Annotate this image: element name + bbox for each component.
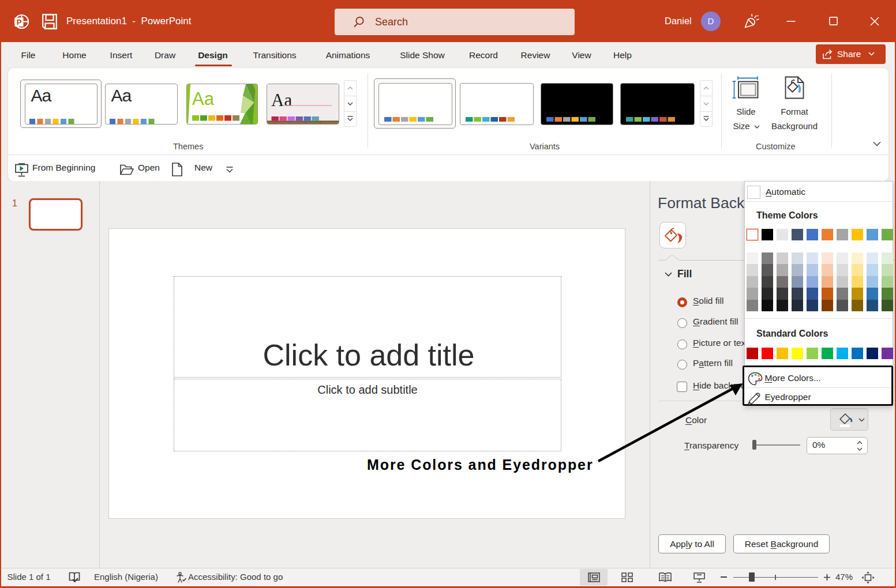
svg-text:Aa: Aa [192,89,215,109]
svg-text:Aa: Aa [271,90,292,110]
svg-text:P: P [17,18,22,27]
